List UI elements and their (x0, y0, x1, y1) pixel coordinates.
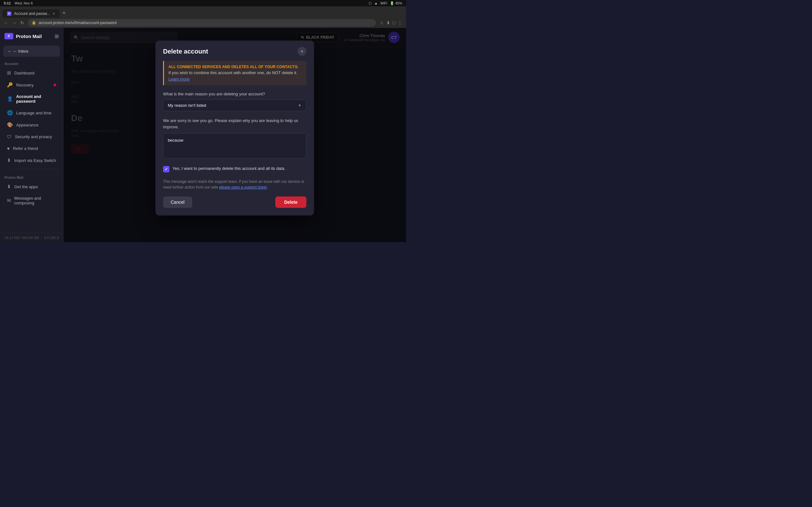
reason-selected-value: My reason isn't listed (168, 103, 206, 108)
sidebar: P Proton Mail ⊞ ← ← Inbox Account ⊞ Dash… (0, 28, 63, 242)
support-note: This message won't reach the support tea… (163, 179, 306, 190)
active-tab[interactable]: P Account and passw... ✕ (3, 9, 60, 18)
confirm-checkbox-row: ✓ Yes, I want to permanently delete this… (163, 166, 306, 172)
sidebar-item-messages-composing[interactable]: ✉ Messages and composing (3, 193, 61, 208)
language-icon: 🌐 (7, 110, 13, 116)
sidebar-footer: 14.11 GB / 500.00 GB 5.0.182.3 (0, 233, 63, 242)
section-proton-mail-label: Proton Mail (0, 172, 63, 181)
sidebar-item-language-time[interactable]: 🌐 Language and time (3, 107, 61, 118)
more-options-icon[interactable]: ⋮ (398, 20, 402, 25)
nav-back-button[interactable]: ← (4, 20, 8, 25)
lock-icon: 🔒 (32, 20, 36, 25)
inbox-back-icon: ← (8, 49, 12, 54)
address-input[interactable]: 🔒 account.proton.me/u/0/mail/account-pas… (28, 19, 376, 26)
tab-favicon: P (7, 11, 11, 16)
apps-grid-icon[interactable]: ⊞ (55, 33, 59, 39)
sidebar-item-import[interactable]: ⬇ Import via Easy Switch (3, 155, 61, 166)
modal-overlay: Delete account × ALL CONNECTED SERVICES … (63, 28, 406, 242)
new-tab-button[interactable]: + (60, 9, 68, 18)
warning-box: ALL CONNECTED SERVICES AND DELETES ALL O… (163, 61, 306, 85)
url-text: account.proton.me/u/0/mail/account-passw… (39, 20, 116, 25)
wifi-icon: WiFi (380, 1, 387, 5)
sidebar-recovery-label: Recovery (16, 83, 34, 88)
bluetooth-icon: ⬡ (368, 1, 372, 5)
inbox-label: ← Inbox (13, 49, 28, 54)
modal-title: Delete account (163, 48, 208, 55)
sidebar-refer-label: Refer a friend (13, 146, 38, 151)
signal-icon: ▲ (374, 1, 378, 5)
sidebar-item-recovery[interactable]: 🔑 Recovery (3, 79, 61, 91)
nav-forward-button[interactable]: → (12, 20, 16, 25)
browser-actions: ☆ ⬇ □ ⋮ (380, 20, 402, 25)
delete-button[interactable]: Delete (275, 196, 306, 208)
modal-body: ALL CONNECTED SERVICES AND DELETES ALL O… (155, 61, 314, 216)
sidebar-import-label: Import via Easy Switch (14, 158, 56, 163)
sidebar-get-apps-label: Get the apps (14, 184, 38, 189)
warning-text: If you wish to combine this account with… (168, 70, 302, 76)
explain-textarea[interactable]: because (163, 133, 306, 158)
cancel-button[interactable]: Cancel (163, 196, 192, 208)
security-icon: 🛡 (7, 134, 12, 139)
reason-label: What is the main reason you are deleting… (163, 92, 306, 96)
modal-footer: Cancel Delete (163, 196, 306, 208)
dropdown-arrow-icon: ▼ (298, 103, 302, 108)
dashboard-icon: ⊞ (7, 70, 11, 76)
system-time: 5:11 (4, 1, 11, 5)
recovery-icon: 🔑 (7, 82, 13, 88)
account-icon: 👤 (7, 96, 13, 102)
app-name: Proton Mail (16, 34, 42, 39)
modal-header: Delete account × (155, 41, 314, 61)
system-date: Wed, Nov 6 (14, 1, 33, 5)
sidebar-appearance-label: Appearance (16, 123, 38, 127)
close-icon: × (301, 49, 303, 54)
tab-close-button[interactable]: ✕ (52, 12, 55, 16)
sidebar-language-time-label: Language and time (16, 111, 51, 115)
sidebar-security-label: Security and privacy (15, 134, 52, 139)
support-ticket-link[interactable]: please open a support ticket (219, 185, 267, 189)
section-account-label: Account (0, 58, 63, 67)
support-note-end: . (268, 185, 269, 189)
messages-icon: ✉ (7, 198, 11, 204)
modal-close-button[interactable]: × (298, 47, 306, 56)
delete-account-modal: Delete account × ALL CONNECTED SERVICES … (155, 41, 314, 216)
extensions-icon[interactable]: □ (393, 20, 395, 25)
sidebar-account-password-label: Account and password (16, 94, 56, 104)
inbox-button[interactable]: ← ← Inbox (3, 46, 60, 57)
tab-title: Account and passw... (14, 11, 50, 16)
reason-dropdown[interactable]: My reason isn't listed ▼ (163, 100, 306, 111)
confirm-checkbox[interactable]: ✓ (163, 166, 169, 172)
sidebar-item-dashboard[interactable]: ⊞ Dashboard (3, 67, 61, 78)
heart-icon: ♥ (7, 146, 10, 151)
checkbox-label: Yes, I want to permanently delete this a… (172, 166, 286, 171)
learn-more-link[interactable]: Learn more (168, 77, 189, 81)
tab-bar: P Account and passw... ✕ + (0, 6, 406, 18)
main-content: 🔍 Search settings % BLACK FRIDAY Chris T… (63, 28, 406, 242)
checkmark-icon: ✓ (165, 167, 168, 171)
system-bar: 5:11 Wed, Nov 6 ⬡ ▲ WiFi 🔋 45% (0, 0, 406, 6)
address-bar: ← → ↻ 🔒 account.proton.me/u/0/mail/accou… (0, 18, 406, 28)
nav-refresh-button[interactable]: ↻ (20, 20, 24, 25)
sidebar-dashboard-label: Dashboard (14, 71, 35, 75)
sidebar-item-refer-friend[interactable]: ♥ Refer a friend (3, 143, 61, 154)
sidebar-divider (4, 169, 59, 169)
download-icon[interactable]: ⬇ (386, 20, 390, 25)
version-info: 5.0.182.3 (44, 236, 59, 239)
sidebar-logo: P Proton Mail ⊞ (0, 28, 63, 44)
import-icon: ⬇ (7, 158, 11, 163)
bookmark-icon[interactable]: ☆ (380, 20, 384, 25)
explain-label: We are sorry to see you go. Please expla… (163, 118, 306, 130)
storage-info: 14.11 GB / 500.00 GB (4, 236, 39, 239)
proton-logo-icon: P (4, 33, 13, 39)
sidebar-item-get-apps[interactable]: ⬇ Get the apps (3, 181, 61, 192)
sidebar-item-account-password[interactable]: 👤 Account and password (3, 91, 61, 107)
get-apps-icon: ⬇ (7, 184, 11, 189)
warning-bold-text: ALL CONNECTED SERVICES AND DELETES ALL O… (168, 64, 302, 70)
recovery-notification-dot (54, 83, 56, 86)
sidebar-item-security-privacy[interactable]: 🛡 Security and privacy (3, 131, 61, 142)
sidebar-messages-label: Messages and composing (14, 196, 56, 205)
app-layout: P Proton Mail ⊞ ← ← Inbox Account ⊞ Dash… (0, 28, 406, 242)
battery-icon: 🔋 45% (390, 1, 402, 5)
appearance-icon: 🎨 (7, 122, 13, 128)
sidebar-item-appearance[interactable]: 🎨 Appearance (3, 119, 61, 130)
